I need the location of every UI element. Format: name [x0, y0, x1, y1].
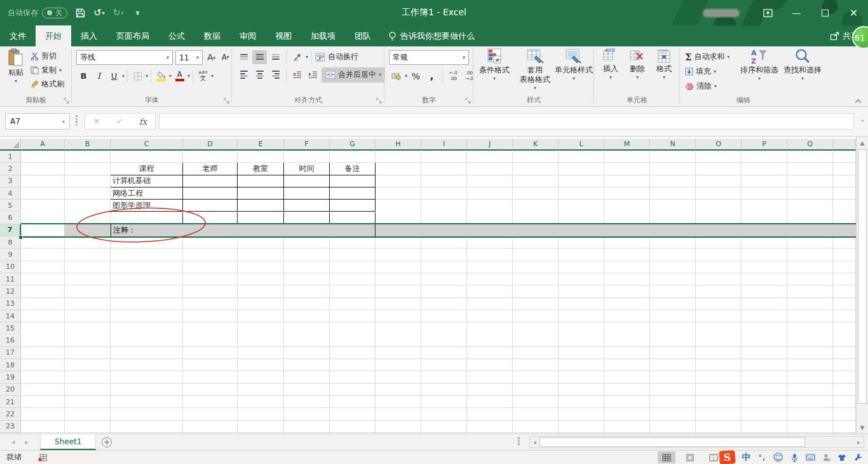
emoji-panel-icon[interactable]: ☺ — [773, 451, 783, 463]
name-box[interactable]: A7 ▾ — [5, 113, 70, 130]
row-header-19[interactable]: 19 — [0, 371, 21, 383]
row-header-1[interactable]: 1 — [0, 151, 21, 163]
align-middle-button[interactable] — [252, 50, 267, 64]
scroll-down-icon[interactable]: ▼ — [858, 423, 867, 432]
insert-cells-dropdown[interactable]: ▾ — [609, 74, 612, 81]
column-header-N[interactable]: N — [650, 139, 696, 151]
account-icon[interactable] — [821, 453, 831, 461]
cell-F4[interactable] — [284, 188, 330, 200]
row-header-23[interactable]: 23 — [0, 421, 21, 433]
row-header-15[interactable]: 15 — [0, 322, 21, 334]
column-header-K[interactable]: K — [513, 139, 559, 151]
find-select-dropdown[interactable]: ▾ — [801, 76, 804, 82]
fill-color-dropdown[interactable]: ▾ — [169, 73, 172, 79]
tab-file[interactable]: 文件 — [0, 25, 36, 46]
normal-view-button[interactable] — [658, 451, 675, 463]
input-mode-chinese[interactable]: 中 — [741, 452, 751, 463]
cell-G4[interactable] — [330, 188, 376, 200]
font-dialog-launcher[interactable] — [222, 97, 230, 104]
increase-decimal-button[interactable]: ←.0 .00 — [446, 69, 461, 83]
sheet-tab-sheet1[interactable]: Sheet1 — [40, 434, 96, 450]
find-select-button[interactable]: 查找和选择 ▾ — [782, 48, 824, 82]
clear-dropdown[interactable]: ▾ — [714, 83, 717, 89]
select-all-corner[interactable] — [0, 139, 21, 151]
autosave-pill[interactable]: 关 — [42, 8, 67, 18]
format-as-table-button[interactable]: 套用 表格格式 ▾ — [515, 48, 555, 92]
decrease-indent-button[interactable] — [290, 68, 304, 82]
clear-button[interactable]: 清除 ▾ — [685, 79, 717, 93]
microphone-icon[interactable] — [789, 453, 799, 462]
cell-E3[interactable] — [238, 175, 284, 188]
conditional-formatting-dropdown[interactable]: ▾ — [493, 76, 496, 82]
phonetic-guide-button[interactable]: wén文 — [196, 69, 210, 83]
orientation-button[interactable] — [290, 50, 304, 64]
name-box-dropdown[interactable]: ▾ — [62, 119, 65, 125]
macro-record-button[interactable] — [38, 454, 47, 461]
scroll-up-icon[interactable]: ▲ — [858, 138, 867, 147]
format-cells-button[interactable]: 格式 ▾ — [653, 48, 675, 81]
cell-G2[interactable]: 备注 — [330, 163, 376, 175]
copy-button[interactable]: 复制 ▾ — [31, 64, 62, 77]
accounting-format-button[interactable] — [389, 69, 403, 83]
vertical-scrollbar[interactable]: ▲ ▼ — [856, 137, 868, 433]
row-header-4[interactable]: 4 — [0, 188, 21, 200]
row-header-3[interactable]: 3 — [0, 175, 21, 188]
increase-indent-button[interactable] — [306, 68, 320, 82]
formula-input[interactable] — [159, 113, 854, 130]
row-header-5[interactable]: 5 — [0, 200, 21, 212]
delete-cells-dropdown[interactable]: ▾ — [636, 74, 639, 81]
cell-D4[interactable] — [183, 188, 238, 200]
wrap-text-button[interactable]: 自动换行 — [315, 50, 358, 64]
cell-C4[interactable]: 网络工程 — [111, 188, 183, 200]
font-name-combo[interactable]: 等线▾ — [76, 50, 173, 65]
fill-dropdown[interactable]: ▾ — [714, 69, 716, 74]
decrease-font-button[interactable]: A▾ — [218, 50, 233, 64]
ribbon-display-options-button[interactable] — [754, 0, 782, 25]
column-header-I[interactable]: I — [421, 139, 467, 151]
increase-font-button[interactable]: A▴ — [204, 50, 219, 64]
number-dialog-launcher[interactable] — [464, 97, 471, 104]
tab-home[interactable]: 开始 — [36, 25, 71, 46]
sogou-input-logo[interactable]: S — [719, 450, 736, 464]
tab-addins[interactable]: 加载项 — [301, 25, 345, 46]
cell-C2[interactable]: 课程 — [111, 163, 183, 175]
align-top-button[interactable] — [236, 50, 251, 64]
tab-insert[interactable]: 插入 — [71, 25, 107, 46]
tab-formulas[interactable]: 公式 — [159, 25, 194, 46]
accounting-dropdown[interactable]: ▾ — [405, 73, 407, 79]
column-header-F[interactable]: F — [284, 139, 330, 151]
cell-F3[interactable] — [284, 175, 330, 188]
format-as-table-dropdown[interactable]: ▾ — [534, 85, 536, 92]
cell-D2[interactable]: 老师 — [183, 163, 238, 175]
cell-F2[interactable]: 时间 — [284, 163, 330, 175]
font-color-button[interactable]: A — [172, 69, 187, 83]
scroll-right-icon[interactable]: ▸ — [854, 439, 864, 446]
row-header-12[interactable]: 12 — [0, 285, 21, 297]
cut-button[interactable]: 剪切 — [31, 50, 57, 63]
row-header-21[interactable]: 21 — [0, 396, 21, 408]
cell-D5[interactable] — [183, 200, 238, 212]
sort-filter-button[interactable]: AZ 排序和筛选 ▾ — [738, 48, 780, 82]
cell-C3[interactable]: 计算机基础 — [111, 175, 183, 188]
row-header-20[interactable]: 20 — [0, 384, 21, 396]
formula-bar-splitter[interactable] — [76, 115, 78, 125]
cell-D3[interactable] — [183, 175, 238, 188]
cell-styles-dropdown[interactable]: ▾ — [573, 76, 575, 82]
phonetic-dropdown[interactable]: ▾ — [211, 73, 214, 79]
cancel-entry-icon[interactable]: ✕ — [93, 117, 100, 126]
tab-team[interactable]: 团队 — [345, 25, 381, 46]
tell-me-box[interactable]: 告诉我你想要做什么 — [381, 25, 482, 46]
column-header-J[interactable]: J — [467, 139, 513, 151]
input-punctuation-icon[interactable]: °, — [757, 453, 767, 461]
row-header-18[interactable]: 18 — [0, 359, 21, 371]
clipboard-dialog-launcher[interactable] — [62, 97, 70, 104]
number-format-combo[interactable]: 常规▾ — [389, 50, 469, 65]
column-header-G[interactable]: G — [330, 139, 376, 151]
autosum-button[interactable]: Σ 自动求和 ▾ — [685, 50, 730, 64]
tab-data[interactable]: 数据 — [194, 25, 230, 46]
fill-color-button[interactable] — [154, 69, 168, 83]
scroll-left-icon[interactable]: ◂ — [530, 439, 539, 446]
autosave-toggle[interactable]: 自动保存 关 — [8, 8, 67, 18]
insert-function-button[interactable]: fx — [139, 117, 147, 126]
align-left-button[interactable] — [236, 68, 251, 82]
